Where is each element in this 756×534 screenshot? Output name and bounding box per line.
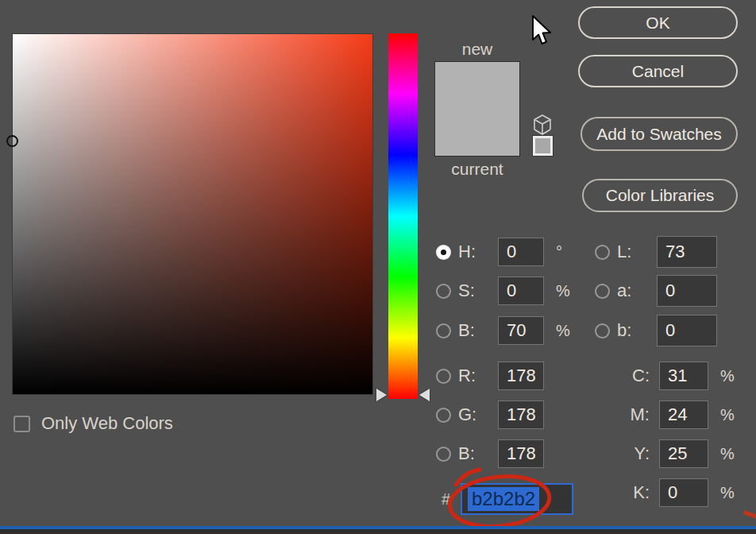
green-input[interactable]: 178 bbox=[498, 400, 544, 429]
lab-l-input[interactable]: 73 bbox=[657, 236, 717, 268]
new-swatch-label: new bbox=[434, 40, 520, 59]
brightness-radio[interactable] bbox=[436, 323, 451, 339]
lab-b-radio[interactable] bbox=[595, 323, 610, 339]
ok-button[interactable]: OK bbox=[578, 6, 738, 39]
hue-input[interactable]: 0 bbox=[498, 238, 544, 266]
color-picker-dialog: Only Web Colors new current OK Cancel Ad… bbox=[0, 0, 756, 534]
lab-b-input[interactable]: 0 bbox=[657, 315, 717, 346]
blue-label: B: bbox=[458, 443, 490, 464]
lab-a-label: a: bbox=[617, 281, 649, 301]
hue-unit: ° bbox=[556, 243, 562, 261]
mouse-cursor-icon bbox=[530, 14, 552, 48]
taskbar-edge bbox=[0, 529, 756, 534]
red-circle-annotation bbox=[438, 466, 565, 534]
lab-l-label: L: bbox=[617, 242, 649, 262]
cyan-input[interactable]: 31 bbox=[659, 362, 708, 390]
saturation-input[interactable]: 0 bbox=[498, 277, 544, 305]
yellow-unit: % bbox=[720, 445, 735, 463]
green-label: G: bbox=[458, 404, 490, 425]
saturation-row: S: 0 % bbox=[436, 275, 570, 307]
saturation-label: S: bbox=[458, 281, 490, 301]
web-safe-color-swatch[interactable] bbox=[533, 136, 553, 156]
lab-l-row: L: 73 bbox=[595, 236, 717, 268]
hue-row: H: 0 ° bbox=[436, 236, 562, 268]
hue-slider[interactable] bbox=[388, 33, 418, 399]
yellow-label: Y: bbox=[626, 443, 650, 464]
saturation-radio[interactable] bbox=[436, 284, 451, 299]
red-row: R: 178 bbox=[436, 360, 544, 392]
cyan-row: C: 31 % bbox=[626, 362, 735, 390]
only-web-colors-label: Only Web Colors bbox=[41, 413, 173, 434]
cyan-label: C: bbox=[626, 366, 650, 386]
add-to-swatches-button[interactable]: Add to Swatches bbox=[580, 117, 738, 151]
black-input[interactable]: 0 bbox=[659, 478, 708, 507]
lab-b-row: b: 0 bbox=[595, 315, 717, 346]
color-libraries-button[interactable]: Color Libraries bbox=[582, 179, 738, 212]
only-web-colors-checkbox[interactable] bbox=[14, 416, 30, 432]
red-label: R: bbox=[458, 366, 490, 386]
only-web-colors-row: Only Web Colors bbox=[14, 413, 173, 434]
red-annotation-fragment bbox=[743, 510, 756, 519]
green-radio[interactable] bbox=[436, 408, 451, 423]
black-label: K: bbox=[626, 482, 650, 503]
magenta-label: M: bbox=[626, 404, 650, 425]
magenta-unit: % bbox=[720, 406, 735, 424]
brightness-input[interactable]: 70 bbox=[498, 316, 544, 345]
blue-radio[interactable] bbox=[436, 447, 451, 462]
brightness-label: B: bbox=[458, 320, 490, 341]
saturation-unit: % bbox=[556, 282, 570, 300]
saturation-brightness-field[interactable] bbox=[12, 33, 373, 395]
hue-label: H: bbox=[458, 242, 490, 262]
yellow-input[interactable]: 25 bbox=[659, 439, 708, 468]
lab-b-label: b: bbox=[617, 320, 649, 341]
new-current-swatch bbox=[434, 61, 520, 157]
hue-radio[interactable] bbox=[436, 245, 451, 260]
yellow-row: Y: 25 % bbox=[626, 439, 735, 468]
hue-slider-right-handle[interactable] bbox=[419, 389, 430, 401]
red-radio[interactable] bbox=[436, 369, 451, 384]
lab-a-input[interactable]: 0 bbox=[657, 275, 717, 307]
lab-l-radio[interactable] bbox=[595, 245, 610, 260]
cancel-button[interactable]: Cancel bbox=[578, 55, 738, 87]
black-unit: % bbox=[720, 484, 735, 502]
out-of-web-gamut-cube-icon[interactable] bbox=[533, 114, 552, 135]
red-input[interactable]: 178 bbox=[498, 362, 544, 390]
color-sample-marker[interactable] bbox=[6, 135, 18, 147]
blue-row: B: 178 bbox=[436, 438, 544, 470]
magenta-input[interactable]: 24 bbox=[659, 400, 708, 429]
lab-a-row: a: 0 bbox=[595, 275, 717, 307]
lab-a-radio[interactable] bbox=[595, 284, 610, 299]
magenta-row: M: 24 % bbox=[626, 400, 735, 429]
black-row: K: 0 % bbox=[626, 478, 735, 507]
brightness-unit: % bbox=[556, 322, 570, 340]
green-row: G: 178 bbox=[436, 399, 544, 431]
brightness-row: B: 70 % bbox=[436, 315, 570, 346]
hue-slider-left-handle[interactable] bbox=[376, 389, 387, 401]
cyan-unit: % bbox=[720, 367, 735, 385]
blue-input[interactable]: 178 bbox=[498, 439, 544, 468]
current-swatch-label: current bbox=[434, 160, 520, 179]
